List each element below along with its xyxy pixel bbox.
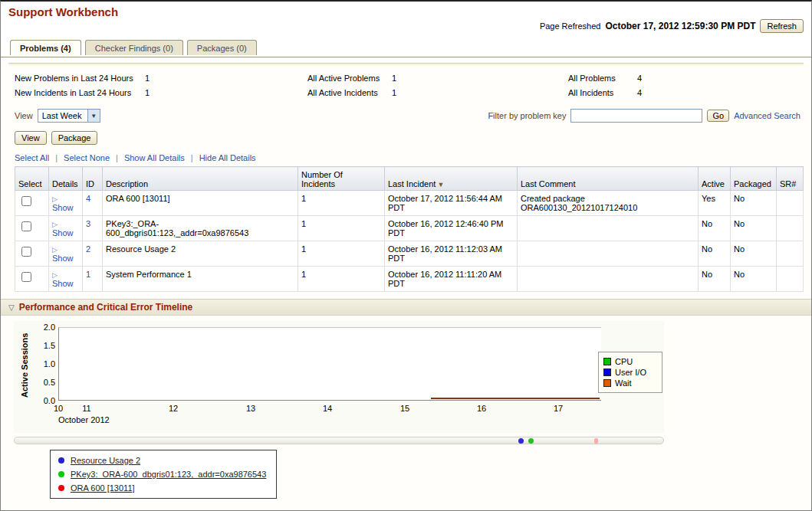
stat-value: 1: [145, 88, 150, 97]
sr-number: [777, 267, 804, 292]
header-packaged[interactable]: Packaged: [731, 167, 777, 191]
header-select: Select: [15, 167, 49, 191]
incident-marker-green[interactable]: [528, 438, 534, 444]
y-axis-label: Active Sessions: [20, 333, 29, 398]
x-tick: 16: [477, 404, 486, 413]
expand-triangle-icon[interactable]: ▷: [52, 195, 58, 203]
legend-item: PKey3:_ORA-600_dbgris01:123,_addr=0xa987…: [58, 467, 268, 481]
view-select-value: Last Week: [38, 111, 87, 120]
timeline-section-title: Performance and Critical Error Timeline: [19, 302, 193, 313]
advanced-search-link[interactable]: Advanced Search: [734, 111, 800, 120]
x-tick: 12: [169, 404, 178, 413]
stats-column-1: New Problems in Last 24 Hours 1 New Inci…: [15, 74, 307, 103]
x-tick: 17: [554, 404, 563, 413]
blue-dot-icon: [58, 457, 64, 464]
problem-link[interactable]: Resource Usage 2: [71, 456, 140, 465]
collapse-triangle-icon[interactable]: ▽: [8, 303, 15, 312]
tab-problems[interactable]: Problems (4): [10, 40, 81, 55]
header-last-incident[interactable]: Last Incident▼: [385, 167, 518, 191]
problem-description: System Performance 1: [103, 267, 298, 292]
last-comment: [518, 216, 699, 241]
legend-label: CPU: [615, 357, 633, 366]
go-button[interactable]: Go: [707, 110, 729, 122]
separator: |: [116, 153, 118, 162]
problem-id-link[interactable]: 3: [86, 219, 90, 228]
row-select-checkbox[interactable]: [21, 221, 31, 231]
tab-checker-findings[interactable]: Checker Findings (0): [85, 40, 183, 55]
hide-all-details-link[interactable]: Hide All Details: [199, 153, 256, 162]
incident-marker-blue[interactable]: [518, 438, 524, 444]
problems-tab-content: New Problems in Last 24 Hours 1 New Inci…: [1, 63, 811, 511]
sort-descending-icon: ▼: [437, 181, 444, 188]
packaged-flag: No: [731, 191, 777, 216]
select-none-link[interactable]: Select None: [64, 153, 110, 162]
stat-value: 1: [392, 74, 396, 83]
incident-count: 1: [298, 241, 385, 267]
header-number-of-incidents[interactable]: Number Of Incidents: [298, 167, 385, 191]
summary-stats: New Problems in Last 24 Hours 1 New Inci…: [15, 74, 811, 103]
expand-triangle-icon[interactable]: ▷: [52, 246, 58, 254]
problem-id-link[interactable]: 4: [86, 194, 90, 203]
last-incident-time: October 16, 2012 12:46:40 PM PDT: [385, 216, 518, 241]
header-sr[interactable]: SR#: [777, 167, 804, 191]
stat-active-incidents: All Active Incidents 1: [307, 88, 568, 97]
table-row: ▷ Show 1 System Performance 1 1 October …: [15, 267, 804, 292]
separator: |: [55, 153, 58, 162]
y-tick: 1.0: [34, 359, 55, 369]
incident-count: 1: [298, 267, 385, 292]
incident-count: 1: [298, 191, 385, 216]
stat-all-incidents: All Incidents 4: [568, 88, 811, 97]
show-details-link[interactable]: Show: [52, 203, 74, 212]
incident-marker-red[interactable]: [594, 438, 598, 444]
show-details-link[interactable]: Show: [52, 228, 74, 237]
filter-row: View Last Week ▼ Filter by problem key G…: [15, 109, 800, 123]
plot-area: [58, 327, 601, 401]
package-button[interactable]: Package: [51, 131, 98, 145]
row-select-checkbox[interactable]: [21, 272, 31, 282]
problem-id-link[interactable]: 1: [86, 270, 90, 279]
stat-label: New Problems in Last 24 Hours: [15, 74, 145, 83]
expand-triangle-icon[interactable]: ▷: [52, 271, 58, 279]
problem-link[interactable]: ORA 600 [13011]: [71, 483, 135, 493]
stat-all-problems: All Problems 4: [568, 74, 811, 83]
stat-label: New Incidents in Last 24 Hours: [15, 88, 145, 97]
divider: [8, 63, 804, 65]
problem-legend-box: Resource Usage 2 PKey3:_ORA-600_dbgris01…: [50, 450, 277, 499]
tab-packages[interactable]: Packages (0): [187, 40, 257, 55]
header-description[interactable]: Description: [103, 167, 298, 191]
table-row: ▷ Show 2 Resource Usage 2 1 October 16, …: [15, 241, 804, 267]
show-all-details-link[interactable]: Show All Details: [124, 153, 185, 162]
y-tick: 0.5: [34, 378, 55, 387]
x-tick: 11: [82, 404, 90, 413]
incident-count: 1: [298, 216, 385, 241]
table-toolbar: View Package: [15, 131, 797, 145]
active-flag: No: [699, 216, 731, 241]
problem-key-input[interactable]: [570, 109, 702, 123]
view-label: View: [15, 111, 33, 120]
row-select-checkbox[interactable]: [21, 247, 31, 257]
active-flag: Yes: [699, 191, 731, 216]
problem-id-link[interactable]: 2: [86, 244, 90, 254]
last-incident-time: October 16, 2012 11:12:03 AM PDT: [385, 241, 518, 267]
table-row: ▷ Show 3 PKey3:_ORA-600_dbgris01:123,_ad…: [15, 216, 804, 241]
expand-triangle-icon[interactable]: ▷: [52, 221, 58, 228]
header-last-comment[interactable]: Last Comment: [518, 167, 699, 191]
sr-number: [777, 191, 804, 216]
view-select[interactable]: Last Week ▼: [38, 109, 100, 123]
view-button[interactable]: View: [15, 131, 47, 145]
stat-value: 1: [392, 88, 396, 97]
header-id[interactable]: ID: [83, 167, 103, 191]
header-active[interactable]: Active: [699, 167, 731, 191]
red-dot-icon: [58, 485, 64, 491]
stat-new-incidents: New Incidents in Last 24 Hours 1: [15, 88, 307, 97]
timeline-slider[interactable]: [14, 437, 664, 444]
table-header-row: Select Details ID Description Number Of …: [15, 167, 804, 191]
show-details-link[interactable]: Show: [52, 254, 74, 263]
last-comment: [518, 241, 699, 267]
problem-link[interactable]: PKey3:_ORA-600_dbgris01:123,_addr=0xa987…: [71, 470, 266, 479]
row-select-checkbox[interactable]: [21, 196, 31, 206]
x-tick: 14: [323, 404, 332, 413]
refresh-button[interactable]: Refresh: [760, 19, 804, 33]
select-all-link[interactable]: Select All: [15, 153, 49, 162]
show-details-link[interactable]: Show: [52, 279, 74, 288]
